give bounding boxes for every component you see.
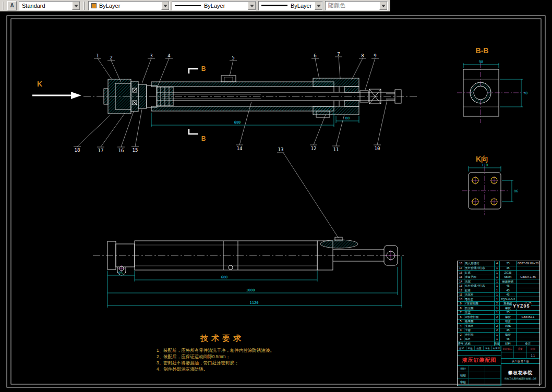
k-view-title: K向 <box>476 155 488 163</box>
dimension-text: 680 <box>221 275 228 279</box>
plotstyle-combobox-value: 随颜色 <box>328 2 345 9</box>
bom-cell-no: 14 <box>458 279 464 284</box>
bom-cell-name: Y形密封圈 <box>464 302 495 306</box>
plotstyle-combobox[interactable]: 随颜色 <box>325 1 388 10</box>
bom-row: 11活塞杆145 <box>458 292 539 297</box>
bom-cell-no: 15 <box>458 275 464 279</box>
bom-cell-name: 压盖 <box>464 311 495 315</box>
bom-cell-qty: 1 <box>495 266 500 271</box>
bom-cell-qty: 1 <box>495 337 500 341</box>
color-combobox-value: ByLayer <box>99 3 120 9</box>
bom-cell-mat: 65Mn <box>500 275 517 279</box>
chevron-down-icon[interactable] <box>379 2 387 10</box>
tech-req-item: 1、装配前，应将所有零件清洗干净，相件内腔涂防锈油漆。 <box>151 347 293 353</box>
chevron-down-icon[interactable] <box>248 2 256 10</box>
callout: 15 <box>133 148 138 153</box>
dimension-text: 98 <box>479 60 483 64</box>
style-combobox[interactable]: Standard <box>19 1 80 10</box>
bom-cell-no: 6 <box>458 315 464 319</box>
section-marks: B B <box>189 65 206 142</box>
bom-row: 10导向套1ZQSn6-6-3 <box>458 297 539 301</box>
sign-date <box>485 379 501 385</box>
mark-label: 分区 <box>475 346 484 350</box>
bom-cell-mat: 耐磨铸铁 <box>500 279 517 284</box>
callout: 17 <box>98 148 104 153</box>
bom-cell-qty: 1 <box>495 279 500 284</box>
dimension-text: 70 <box>523 91 527 95</box>
bom-cell-note: GB894.1-86 <box>517 275 539 279</box>
bottom-view: 95 680 1080 1120 <box>93 237 406 308</box>
callout: 14 <box>237 146 243 151</box>
callout: 8 <box>361 53 364 58</box>
bom-cell-name: 耳环 <box>464 337 495 341</box>
bom-cell-note <box>517 328 539 333</box>
linetype-combobox-value: ByLayer <box>204 3 225 9</box>
bom-cell-note <box>517 311 539 315</box>
sign-value <box>469 379 485 385</box>
sign-row: 设计 <box>458 366 501 373</box>
drawing-code: YYZ05 <box>512 303 531 309</box>
bom-cell-mat: ZG35 <box>500 271 517 275</box>
toolbar-grip[interactable] <box>3 2 4 10</box>
bom-cell-no: 7 <box>458 311 464 315</box>
bom-row: 5格来圈1组合 <box>458 319 539 324</box>
bom-cell-mat: 橡胶 <box>500 333 517 337</box>
stage-label: 阶段标记 <box>501 346 514 352</box>
bom-cell-note <box>517 333 539 337</box>
bom-row: 2密封圈1橡胶 <box>458 332 539 337</box>
bom-header-mat: 材料 <box>500 341 517 346</box>
k-view-label: K <box>37 80 42 88</box>
tech-req-item: 3、密封处不得渗漏油，管口处涂密封胶； <box>151 360 293 366</box>
bom-cell-name: 缸底 <box>464 271 495 275</box>
bom-cell-name: 缸筒 <box>464 288 495 292</box>
color-swatch-icon <box>91 3 97 8</box>
mark-label: 标记 <box>458 346 466 350</box>
school-name: 攀枝花学院 <box>508 370 533 376</box>
organization-cell: 攀枝花学院 机电工程系机械设计制造(二)班 <box>501 364 539 386</box>
sign-date <box>485 366 501 372</box>
lineweight-sample-icon <box>261 5 287 6</box>
bom-cell-note <box>517 279 539 284</box>
chevron-down-icon[interactable] <box>161 2 169 10</box>
bom-cell-note <box>517 271 539 275</box>
bom-cell-mat: 橡胶 <box>500 315 517 319</box>
bom-cell-qty: 1 <box>495 275 500 279</box>
weight-label: 重量 <box>514 346 526 352</box>
color-combobox[interactable]: ByLayer <box>88 1 170 10</box>
callout: 2 <box>110 55 112 60</box>
linetype-combobox[interactable]: ByLayer <box>172 1 256 10</box>
callout: 10 <box>375 146 380 151</box>
bom-cell-qty: 1 <box>495 320 500 324</box>
bom-row: 17无杆腔缓冲柱塞145 <box>458 266 539 271</box>
bom-cell-no: 11 <box>458 293 464 297</box>
section-b-lower-label: B <box>201 135 206 142</box>
bb-section-view: B-B 98 70 <box>457 46 527 123</box>
bom-cell-note <box>517 324 539 328</box>
lineweight-combobox[interactable]: ByLayer <box>258 1 323 10</box>
bom-row: 12缸筒145 <box>458 288 539 292</box>
chevron-down-icon[interactable] <box>72 2 80 10</box>
bom-cell-no: 13 <box>458 284 464 288</box>
lineweight-combobox-value: ByLayer <box>291 3 311 9</box>
dimension-text: 110 <box>482 163 488 167</box>
bom-row: 18内六角螺钉435GB77-89 M6×20 <box>458 261 539 266</box>
bom-cell-mat: 45 <box>500 266 517 271</box>
bom-cell-name: 活塞 <box>464 279 495 284</box>
bom-cell-mat: 45 <box>500 328 517 333</box>
callout: 4 <box>167 53 170 58</box>
bom-cell-name: 活塞杆 <box>464 293 495 297</box>
bom-cell-qty: 1 <box>495 333 500 337</box>
bom-cell-note <box>517 337 539 341</box>
sign-label: 审核 <box>458 379 469 385</box>
chevron-down-icon[interactable] <box>315 2 322 10</box>
stage-value <box>501 352 514 358</box>
bom-cell-qty: 1 <box>495 306 500 310</box>
bom-cell-mat: 四氟 <box>500 324 517 328</box>
bom-cell-qty: 2 <box>495 315 500 319</box>
bom-row: 1耳环145 <box>458 337 539 341</box>
text-style-icon[interactable]: A <box>7 1 17 10</box>
bom-cell-no: 4 <box>458 324 464 328</box>
sign-value <box>469 372 485 378</box>
sign-row: 审核 <box>458 379 501 386</box>
toolbar-grip[interactable] <box>83 2 85 10</box>
